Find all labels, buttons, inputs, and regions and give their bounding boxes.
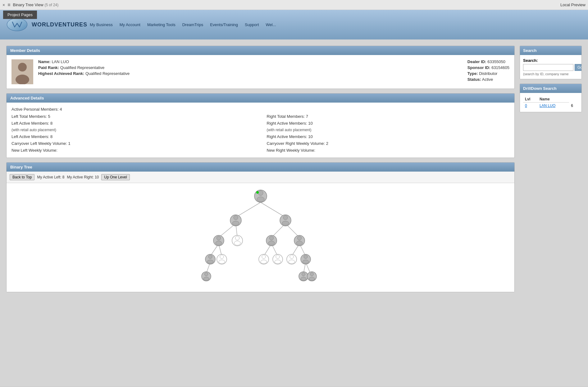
search-panel: Search Search: Go (search by ID, company…: [520, 46, 582, 79]
menu-btn[interactable]: ≡: [7, 2, 10, 8]
tree-node-l3-rll: [259, 254, 269, 264]
page-body: Member Details Name: LAN L: [0, 39, 588, 386]
nav-links: My Business My Account Marketing Tools D…: [87, 21, 279, 28]
svg-point-32: [268, 241, 275, 245]
member-status: Status: Active: [467, 77, 509, 82]
search-hint: (search by ID, company name: [523, 72, 578, 76]
logo-area: WORLDVENTURES: [6, 18, 87, 32]
sponsor-id: Sponsor ID: 63154605: [467, 65, 509, 70]
dealer-id: Dealer ID: 63355050: [467, 59, 509, 64]
right-active-members: Right Active Members: 10: [267, 134, 510, 140]
nav-dream-trips[interactable]: DreamTrips: [180, 21, 206, 28]
member-highest-rank: Highest Achieved Rank: Qualified Represe…: [38, 71, 463, 76]
drilldown-row: 0 LAN LUO 6: [523, 103, 578, 109]
nav-welcome[interactable]: Wel...: [263, 21, 279, 28]
status-label: Status:: [467, 77, 481, 82]
binary-tree-header: Binary Tree: [7, 163, 514, 172]
nav-my-account[interactable]: My Account: [117, 21, 143, 28]
new-left-weekly: New Left Weekly Volume:: [11, 147, 254, 153]
tree-container: [7, 183, 514, 292]
search-row: Go: [523, 64, 578, 71]
drilldown-name-link[interactable]: LAN LUO: [540, 104, 555, 108]
member-name-value: LAN LUO: [52, 59, 69, 64]
nav-header: WORLDVENTURES My Business My Account Mar…: [0, 10, 588, 39]
paid-rank-value: Qualified Representative: [60, 65, 104, 70]
sponsor-id-label: Sponsor ID:: [467, 65, 490, 70]
nav-support[interactable]: Support: [242, 21, 262, 28]
paid-rank-label: Paid Rank:: [38, 65, 59, 70]
new-right-weekly: New Right Weekly Volume:: [267, 147, 510, 153]
logo-text: WORLDVENTURES: [32, 21, 87, 28]
nav-marketing-tools[interactable]: Marketing Tools: [145, 21, 178, 28]
dealer-id-value: 63355050: [487, 59, 505, 64]
sponsor-id-value: 63154605: [491, 65, 509, 70]
svg-point-47: [204, 273, 208, 276]
tree-node-l3-rrl: [287, 254, 297, 264]
member-info-right: Dealer ID: 63355050 Sponsor ID: 63154605…: [467, 59, 509, 84]
member-avatar: [11, 59, 33, 84]
my-active-left: My Active Left: 8: [37, 175, 64, 179]
dealer-id-label: Dealer ID:: [467, 59, 486, 64]
drilldown-name-lan-luo[interactable]: LAN LUO: [538, 103, 569, 109]
svg-point-48: [203, 277, 209, 281]
search-go-button[interactable]: Go: [575, 64, 582, 71]
svg-point-24: [232, 221, 239, 225]
svg-point-50: [301, 277, 306, 281]
right-active-members-retail: Right Active Members: 10: [267, 120, 510, 126]
my-active-right: My Active Right: 10: [67, 175, 99, 179]
preview-label: Local Preview: [560, 2, 586, 7]
svg-point-27: [217, 236, 221, 240]
member-type: Type: Distributor: [467, 71, 509, 76]
tree-node-l2-lr: [232, 235, 243, 246]
worldventures-logo-icon: [6, 18, 28, 32]
svg-point-20: [258, 191, 263, 196]
tab-count: (5 of 24): [45, 3, 59, 7]
type-label: Type:: [467, 71, 478, 76]
active-personal-members: Active Personal Members: 4: [11, 106, 62, 112]
svg-point-36: [207, 260, 213, 264]
right-total-members: Right Total Members: 7: [267, 113, 510, 119]
right-retail-note: (with retail auto placement): [267, 127, 510, 133]
drilldown-lvl-0[interactable]: 0: [523, 103, 538, 109]
advanced-details-body: Active Personal Members: 4 Left Total Me…: [7, 103, 514, 158]
search-label: Search:: [523, 58, 578, 63]
advanced-details-panel: Advanced Details Active Personal Members…: [6, 93, 515, 158]
close-btn[interactable]: ×: [2, 2, 5, 7]
nav-events-training[interactable]: Events/Training: [207, 21, 240, 28]
svg-point-21: [257, 197, 264, 202]
svg-point-26: [282, 221, 289, 225]
member-details-header: Member Details: [7, 46, 514, 55]
svg-point-46: [303, 260, 309, 264]
binary-tree-svg: [189, 186, 332, 286]
tab-label: Binary Tree View: [13, 2, 43, 7]
tree-node-l3-rlr: [273, 254, 283, 264]
advanced-details-header: Advanced Details: [7, 94, 514, 103]
type-value: Distributor: [479, 71, 497, 76]
project-pages-button[interactable]: Project Pages: [3, 11, 37, 19]
carryover-right-weekly: Carryover Right Weekly Volume: 2: [267, 141, 510, 146]
svg-point-49: [302, 273, 305, 276]
member-name-label: Name:: [38, 59, 51, 64]
search-input[interactable]: [523, 64, 573, 71]
status-value: Active: [482, 77, 493, 82]
drilldown-panel-header: DrillDown Search: [520, 84, 581, 93]
nav-my-business[interactable]: My Business: [87, 21, 115, 28]
svg-point-25: [283, 215, 288, 220]
main-column: Member Details Name: LAN L: [6, 46, 515, 380]
member-details-panel: Member Details Name: LAN L: [6, 46, 515, 89]
drilldown-panel: DrillDown Search Lvl Name 0: [520, 84, 582, 112]
svg-point-31: [269, 236, 273, 240]
svg-point-45: [304, 255, 308, 259]
drilldown-lvl-link[interactable]: 0: [525, 104, 527, 108]
drilldown-table: Lvl Name 0 LAN LUO 6: [523, 96, 578, 109]
back-to-top-button[interactable]: Back to Top: [10, 174, 34, 180]
member-paid-rank: Paid Rank: Qualified Representative: [38, 65, 463, 70]
tree-node-l3-llr: [217, 254, 227, 264]
member-details-body: Name: LAN LUO Paid Rank: Qualified Repre…: [7, 55, 514, 89]
up-one-level-button[interactable]: Up One Level: [101, 174, 130, 180]
left-total-members: Left Total Members: 5: [11, 113, 254, 119]
svg-point-51: [310, 273, 313, 276]
svg-point-34: [296, 241, 303, 245]
svg-point-22: [256, 191, 259, 194]
svg-point-28: [216, 241, 222, 245]
